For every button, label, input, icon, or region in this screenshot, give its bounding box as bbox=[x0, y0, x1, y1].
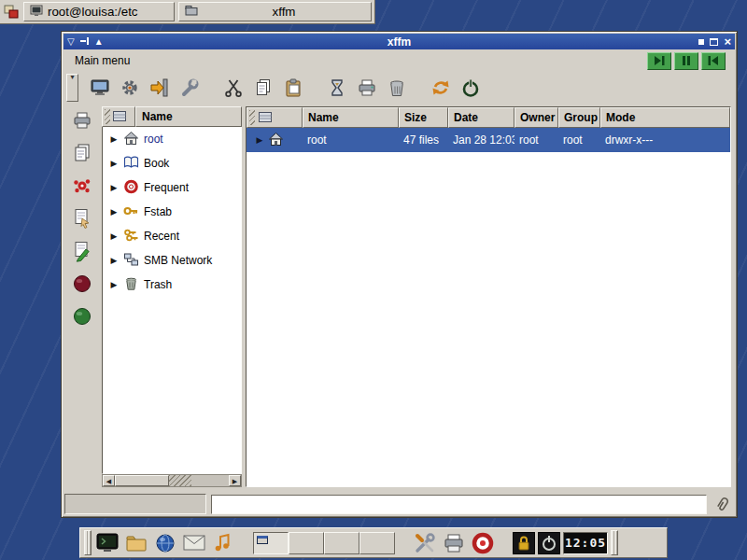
expander-icon[interactable]: ▶ bbox=[109, 135, 119, 144]
key-icon bbox=[123, 203, 139, 221]
lock-screen-button[interactable] bbox=[513, 532, 535, 554]
tools-wrench-icon[interactable] bbox=[176, 75, 203, 101]
window-menu-icon[interactable]: ▽ bbox=[67, 37, 75, 47]
column-header-group[interactable]: Group bbox=[558, 107, 600, 128]
maximize-button[interactable] bbox=[710, 38, 718, 46]
xffm-window: ▽ ▲ xffm × Main menu bbox=[61, 31, 738, 518]
collapse-icon: ▾ bbox=[70, 75, 74, 80]
list-header-icon-cell[interactable] bbox=[247, 107, 303, 128]
cut-icon[interactable] bbox=[219, 75, 247, 101]
horizontal-scrollbar[interactable]: ◀ ▶ bbox=[102, 474, 242, 487]
progress-area bbox=[64, 494, 206, 514]
tree-item-root[interactable]: ▶ root bbox=[103, 127, 241, 151]
tree-header: Name bbox=[102, 106, 242, 127]
pager-window bbox=[257, 536, 268, 544]
settings-gear-icon[interactable] bbox=[116, 75, 143, 101]
trash-small-icon bbox=[123, 276, 139, 294]
scroll-right-button[interactable]: ▶ bbox=[229, 475, 241, 486]
side-icon-strip bbox=[65, 108, 99, 461]
music-launcher-icon[interactable] bbox=[210, 530, 236, 556]
new-window-icon[interactable] bbox=[86, 75, 113, 101]
scroll-left-button[interactable]: ◀ bbox=[103, 475, 115, 486]
shade-icon[interactable]: ▲ bbox=[94, 37, 104, 47]
tree-item-frequent[interactable]: ▶ Frequent bbox=[103, 175, 241, 200]
expander-icon[interactable]: ▶ bbox=[109, 208, 119, 217]
web-browser-globe-icon[interactable] bbox=[152, 530, 178, 556]
tree-item-fstab[interactable]: ▶ Fstab bbox=[103, 200, 241, 224]
print-icon[interactable] bbox=[353, 75, 380, 101]
column-grip[interactable] bbox=[249, 110, 255, 125]
column-header-name[interactable]: Name bbox=[303, 107, 399, 128]
iconify-button[interactable] bbox=[698, 39, 704, 45]
toolbar-collapse-button[interactable]: ▾ bbox=[66, 74, 78, 102]
column-header-owner[interactable]: Owner bbox=[514, 107, 558, 128]
close-button[interactable]: × bbox=[724, 35, 731, 48]
task-button-terminal[interactable]: root@louisa:/etc bbox=[23, 2, 175, 21]
expander-icon[interactable]: ▶ bbox=[109, 232, 119, 241]
paste-icon[interactable] bbox=[279, 75, 306, 101]
file-row-root[interactable]: ▶ root 47 files Jan 28 12:03 root root d… bbox=[247, 128, 730, 152]
status-entry[interactable] bbox=[211, 495, 707, 514]
workspace-3-button[interactable] bbox=[324, 532, 359, 554]
taskbar-app-icon[interactable] bbox=[3, 4, 20, 21]
column-header-mode[interactable]: Mode bbox=[600, 107, 730, 128]
folder-icon bbox=[185, 5, 198, 19]
nav-buttons bbox=[647, 52, 726, 70]
workspace-2-button[interactable] bbox=[289, 532, 324, 554]
properties-doc-icon[interactable] bbox=[70, 206, 94, 231]
skip-forward-button[interactable] bbox=[647, 52, 671, 70]
tree-header-name[interactable]: Name bbox=[135, 106, 242, 127]
scrollbar-thumb[interactable] bbox=[115, 475, 169, 486]
logout-power-button[interactable] bbox=[538, 532, 560, 554]
column-grip[interactable] bbox=[105, 109, 110, 124]
panel-handle[interactable] bbox=[611, 530, 618, 555]
task-button-xffm[interactable]: xffm bbox=[178, 2, 372, 21]
panel-clock: 12:05 bbox=[563, 532, 608, 554]
column-header-date[interactable]: Date bbox=[448, 107, 514, 128]
skip-back-button[interactable] bbox=[701, 52, 726, 70]
tree-item-label: root bbox=[144, 133, 163, 146]
file-manager-launcher-icon[interactable] bbox=[123, 530, 149, 556]
tree-item-recent[interactable]: ▶ Recent bbox=[103, 224, 241, 248]
tree-item-smb-network[interactable]: ▶ SMB Network bbox=[103, 248, 241, 273]
tree-header-icon-cell[interactable] bbox=[102, 106, 135, 127]
expander-icon[interactable]: ▶ bbox=[109, 257, 119, 265]
mail-launcher-icon[interactable] bbox=[181, 530, 207, 556]
main-menu-item[interactable]: Main menu bbox=[71, 52, 134, 69]
green-sphere-icon[interactable] bbox=[70, 304, 94, 329]
expander-icon[interactable]: ▶ bbox=[109, 160, 119, 168]
terminal-launcher-icon[interactable] bbox=[94, 530, 120, 556]
tree-panel: Name ▶ root ▶ Book ▶ Frequent bbox=[102, 106, 242, 474]
refresh-icon[interactable] bbox=[427, 75, 454, 101]
copy-drop-icon[interactable] bbox=[70, 141, 94, 165]
titlebar[interactable]: ▽ ▲ xffm × bbox=[63, 34, 735, 49]
top-taskbar: root@louisa:/etc xffm bbox=[0, 0, 375, 24]
stick-icon[interactable] bbox=[79, 35, 90, 49]
printer-drop-icon[interactable] bbox=[70, 108, 94, 133]
tree-item-label: Trash bbox=[144, 278, 172, 291]
workspace-4-button[interactable] bbox=[359, 532, 395, 554]
paperclip-icon[interactable] bbox=[712, 494, 734, 514]
printer-launcher-icon[interactable] bbox=[441, 530, 467, 556]
help-lifebuoy-icon[interactable] bbox=[470, 530, 496, 556]
expander-icon[interactable]: ▶ bbox=[109, 281, 119, 289]
tree-item-trash[interactable]: ▶ Trash bbox=[103, 273, 241, 297]
column-header-size[interactable]: Size bbox=[399, 107, 448, 128]
pause-button[interactable] bbox=[674, 52, 698, 70]
goto-icon[interactable] bbox=[146, 75, 173, 101]
quit-power-icon[interactable] bbox=[457, 75, 484, 101]
edit-doc-icon[interactable] bbox=[70, 239, 94, 263]
workspace-pager bbox=[253, 532, 395, 554]
maroon-sphere-icon[interactable] bbox=[70, 272, 94, 296]
tree-item-book[interactable]: ▶ Book bbox=[103, 151, 241, 175]
delete-splat-icon[interactable] bbox=[70, 174, 94, 198]
expander-icon[interactable]: ▶ bbox=[109, 184, 119, 192]
find-hourglass-icon[interactable] bbox=[323, 75, 350, 101]
settings-tools-icon[interactable] bbox=[412, 530, 438, 556]
expander-icon[interactable]: ▶ bbox=[255, 136, 264, 145]
trash-icon[interactable] bbox=[383, 75, 410, 101]
menubar: Main menu bbox=[63, 49, 735, 72]
copy-icon[interactable] bbox=[249, 75, 276, 101]
panel-handle[interactable] bbox=[84, 530, 92, 555]
workspace-1-button[interactable] bbox=[253, 532, 289, 554]
